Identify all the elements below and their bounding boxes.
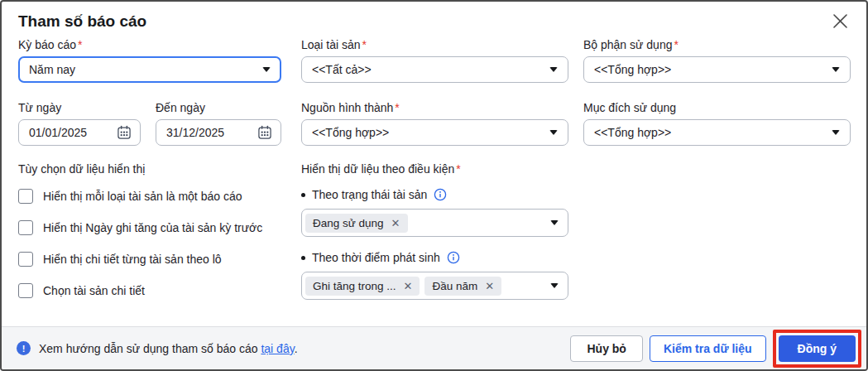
check-data-button[interactable]: Kiểm tra dữ liệu <box>650 335 766 362</box>
cancel-button[interactable]: Hủy bỏ <box>570 335 642 362</box>
asset-type-select[interactable]: <<Tất cả>> <box>301 56 568 83</box>
display-options-label: Tùy chọn dữ liệu hiển thị <box>18 162 281 176</box>
field-usage-purpose: Mục đích sử dụng <<Tổng hợp>> <box>583 101 851 146</box>
required-asterisk: * <box>395 101 399 114</box>
checkbox-icon[interactable] <box>18 220 33 235</box>
chip-label: Ghi tăng trong ... <box>313 280 396 292</box>
calendar-icon[interactable] <box>116 124 132 141</box>
date-range-row: Từ ngày 01/01/2025 <box>18 101 281 146</box>
usage-purpose-value: <<Tổng hợp>> <box>594 126 832 139</box>
asset-type-value: <<Tất cả>> <box>312 63 549 76</box>
help-link[interactable]: tại đây <box>261 342 294 355</box>
condition-asset-status: Theo trạng thái tài sản <box>301 188 568 201</box>
ok-button[interactable]: Đồng ý <box>779 335 856 362</box>
to-date-input[interactable]: 31/12/2025 <box>156 119 281 146</box>
field-report-period: Kỳ báo cáo* Năm nay <box>18 38 281 83</box>
page-title: Tham số báo cáo <box>18 12 850 31</box>
occurrence-time-multiselect[interactable]: Ghi tăng trong ... ✕ Đầu năm ✕ <box>301 272 568 300</box>
checkbox-row-prev-period-date[interactable]: Hiển thị Ngày ghi tăng của tài sản kỳ tr… <box>18 220 281 235</box>
to-date-value: 31/12/2025 <box>166 126 257 139</box>
chip-label: Đầu năm <box>432 280 477 292</box>
bullet-icon <box>301 256 305 260</box>
chip-dang-su-dung: Đang sử dụng ✕ <box>305 214 408 233</box>
checkbox-icon[interactable] <box>18 252 33 267</box>
help-text: Xem hướng dẫn sử dụng tham số báo cáo tạ… <box>39 342 298 355</box>
condition-occurrence-time: Theo thời điểm phát sinh <box>301 251 568 264</box>
required-asterisk: * <box>362 38 367 51</box>
dialog-footer: ! Xem hướng dẫn sử dụng tham số báo cáo … <box>2 326 866 369</box>
using-department-value: <<Tổng hợp>> <box>594 63 832 76</box>
from-date-label: Từ ngày <box>18 101 141 114</box>
chip-label: Đang sử dụng <box>313 217 384 229</box>
chip-remove-icon[interactable]: ✕ <box>404 281 413 292</box>
column-left: Kỳ báo cáo* Năm nay Từ ngày 01/01/2025 <box>18 38 281 315</box>
required-asterisk: * <box>78 38 82 51</box>
dialog-body: Kỳ báo cáo* Năm nay Từ ngày 01/01/2025 <box>2 31 866 315</box>
checkbox-row-select-assets[interactable]: Chọn tài sản chi tiết <box>18 283 281 298</box>
chevron-down-icon <box>832 130 840 135</box>
checkbox-label: Hiển thị mỗi loại tài sản là một báo cáo <box>43 190 242 203</box>
chevron-down-icon <box>550 283 559 288</box>
required-asterisk: * <box>456 162 460 176</box>
report-period-select[interactable]: Năm nay <box>18 56 281 83</box>
calendar-icon[interactable] <box>257 124 273 141</box>
report-period-value: Năm nay <box>29 63 262 76</box>
formation-source-select[interactable]: <<Tổng hợp>> <box>301 119 568 146</box>
column-middle: Loại tài sản* <<Tất cả>> Nguồn hình thàn… <box>301 38 568 315</box>
conditions-label: Hiển thị dữ liệu theo điều kiện* <box>301 162 568 176</box>
chip-remove-icon[interactable]: ✕ <box>485 281 494 292</box>
chevron-down-icon <box>549 67 558 72</box>
display-options-list: Hiển thị mỗi loại tài sản là một báo cáo… <box>18 189 281 298</box>
checkbox-row-each-type-report[interactable]: Hiển thị mỗi loại tài sản là một báo cáo <box>18 189 281 204</box>
dialog-header: Tham số báo cáo <box>2 2 866 31</box>
asset-status-multiselect[interactable]: Đang sử dụng ✕ <box>301 209 568 237</box>
asset-status-label: Theo trạng thái tài sản <box>312 188 427 201</box>
field-asset-type: Loại tài sản* <<Tất cả>> <box>301 38 568 83</box>
usage-purpose-label: Mục đích sử dụng <box>583 101 851 114</box>
help-message: ! Xem hướng dẫn sử dụng tham số báo cáo … <box>17 341 563 355</box>
usage-purpose-select[interactable]: <<Tổng hợp>> <box>583 119 851 146</box>
checkbox-row-detail-by-lot[interactable]: Hiển thị chi tiết từng tài sản theo lô <box>18 252 281 267</box>
chip-dau-nam: Đầu năm ✕ <box>424 277 501 296</box>
annotation-highlight-box: Đồng ý <box>773 330 861 368</box>
chip-remove-icon[interactable]: ✕ <box>391 218 400 229</box>
from-date-input[interactable]: 01/01/2025 <box>18 119 141 146</box>
field-using-department: Bộ phận sử dụng* <<Tổng hợp>> <box>583 38 851 83</box>
chevron-down-icon <box>549 130 558 135</box>
close-icon[interactable] <box>831 12 849 30</box>
checkbox-icon[interactable] <box>18 189 33 204</box>
field-formation-source: Nguồn hình thành* <<Tổng hợp>> <box>301 101 568 146</box>
to-date-label: Đến ngày <box>156 101 281 114</box>
formation-source-label: Nguồn hình thành* <box>301 101 568 114</box>
chip-ghi-tang-trong: Ghi tăng trong ... ✕ <box>305 277 420 296</box>
required-asterisk: * <box>674 38 678 51</box>
using-department-select[interactable]: <<Tổng hợp>> <box>583 56 851 83</box>
field-from-date: Từ ngày 01/01/2025 <box>18 101 141 146</box>
chevron-down-icon <box>262 67 271 72</box>
chevron-down-icon <box>832 67 840 72</box>
column-right: Bộ phận sử dụng* <<Tổng hợp>> Mục đích s… <box>583 38 851 315</box>
checkbox-label: Chọn tài sản chi tiết <box>43 284 145 297</box>
checkbox-label: Hiển thị chi tiết từng tài sản theo lô <box>43 253 222 266</box>
report-period-label: Kỳ báo cáo* <box>18 38 281 51</box>
info-icon[interactable] <box>447 251 460 264</box>
report-params-dialog: Tham số báo cáo Kỳ báo cáo* Năm nay Từ n… <box>0 0 868 371</box>
checkbox-icon[interactable] <box>18 283 33 298</box>
field-to-date: Đến ngày 31/12/2025 <box>156 101 281 146</box>
asset-type-label: Loại tài sản* <box>301 38 568 51</box>
formation-source-value: <<Tổng hợp>> <box>312 126 549 139</box>
info-filled-icon: ! <box>17 341 31 355</box>
using-department-label: Bộ phận sử dụng* <box>583 38 851 51</box>
info-icon[interactable] <box>434 188 447 201</box>
from-date-value: 01/01/2025 <box>29 126 116 139</box>
bullet-icon <box>301 193 305 197</box>
checkbox-label: Hiển thị Ngày ghi tăng của tài sản kỳ tr… <box>43 221 262 234</box>
occurrence-time-label: Theo thời điểm phát sinh <box>312 251 440 264</box>
chevron-down-icon <box>550 220 559 225</box>
